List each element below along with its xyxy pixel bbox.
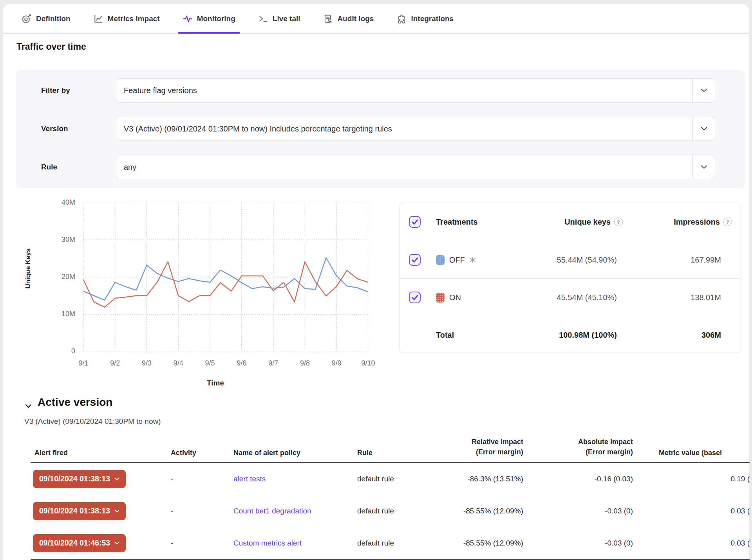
definition-icon bbox=[22, 14, 32, 24]
x-tick-label: 9/6 bbox=[230, 359, 253, 367]
y-tick-label: 30M bbox=[44, 236, 75, 244]
alert-absolute-impact: -0.03 (0) bbox=[523, 539, 633, 547]
alert-policy-link[interactable]: alert tests bbox=[233, 475, 266, 483]
default-treatment-icon bbox=[470, 257, 476, 263]
treatments-header-row: Treatments Unique keys ? Impressions ? bbox=[400, 203, 741, 241]
impressions-header: Impressions bbox=[674, 218, 720, 227]
alert-fired-badge[interactable]: 09/10/2024 01:38:13 bbox=[33, 470, 126, 488]
alert-row: 09/10/2024 01:46:53 - Custom metrics ale… bbox=[31, 527, 750, 560]
filter-row-filter-by: Filter by Feature flag versions bbox=[16, 78, 745, 103]
filter-by-select[interactable]: Feature flag versions bbox=[116, 78, 715, 103]
tab-label: Integrations bbox=[411, 14, 454, 23]
total-unique-keys: 100.98M (100%) bbox=[559, 331, 630, 340]
alert-row: 09/10/2024 01:38:13 - Count bet1 degrada… bbox=[31, 495, 750, 527]
impressions-value: 138.01M bbox=[691, 293, 732, 302]
alerts-header-row: Alert fired Activity Name of alert polic… bbox=[31, 430, 750, 463]
filter-row-version: Version V3 (Active) (09/01/2024 01:30PM … bbox=[16, 117, 745, 141]
filter-label: Filter by bbox=[41, 78, 70, 103]
x-tick-label: 9/2 bbox=[103, 359, 127, 367]
tab-audit-logs[interactable]: Audit logs bbox=[318, 4, 379, 33]
alert-policy-link[interactable]: Custom metrics alert bbox=[233, 539, 302, 547]
y-axis-title: Unique Keys bbox=[24, 229, 32, 308]
alert-rule: default rule bbox=[352, 507, 443, 515]
version-value: V3 (Active) (09/01/2024 01:30PM to now) … bbox=[116, 124, 392, 133]
alert-policy-link[interactable]: Count bet1 degradation bbox=[233, 507, 311, 515]
x-tick-label: 9/7 bbox=[262, 359, 285, 367]
total-impressions: 306M bbox=[701, 331, 732, 340]
alert-activity: - bbox=[168, 507, 229, 515]
y-tick-label: 0 bbox=[44, 347, 75, 355]
unique-keys-value: 45.54M (45.10%) bbox=[557, 293, 630, 302]
tab-label: Monitoring bbox=[197, 14, 235, 23]
alert-absolute-impact: -0.03 (0) bbox=[523, 507, 633, 515]
filter-label: Rule bbox=[41, 155, 57, 179]
active-version-subtitle: V3 (Active) (09/10/2024 01:30PM to now) bbox=[24, 417, 161, 426]
tab-metrics-impact[interactable]: Metrics impact bbox=[89, 4, 164, 33]
alert-absolute-impact: -0.16 (0.03) bbox=[523, 475, 633, 483]
alert-rule: default rule bbox=[352, 539, 443, 547]
x-tick-label: 9/1 bbox=[72, 359, 95, 367]
x-axis-title: Time bbox=[184, 379, 247, 387]
tab-label: Definition bbox=[36, 14, 70, 23]
col-rule: Rule bbox=[352, 449, 443, 462]
series-line-off bbox=[83, 258, 368, 300]
collapse-chevron-icon[interactable] bbox=[25, 404, 32, 408]
total-label: Total bbox=[436, 331, 454, 340]
y-tick-label: 40M bbox=[44, 198, 75, 207]
treatment-row-on: ON 45.54M (45.10%) 138.01M bbox=[400, 278, 741, 316]
on-series-swatch bbox=[436, 293, 445, 303]
unique-keys-header: Unique keys bbox=[564, 218, 611, 227]
alert-relative-impact: -86.3% (13.51%) bbox=[443, 475, 523, 483]
help-icon[interactable]: ? bbox=[614, 218, 623, 226]
chevron-down-icon bbox=[692, 79, 715, 102]
audit-logs-icon bbox=[323, 14, 333, 24]
x-tick-label: 9/4 bbox=[166, 359, 190, 367]
tab-label: Metrics impact bbox=[108, 14, 160, 23]
help-icon[interactable]: ? bbox=[723, 218, 732, 226]
on-checkbox[interactable] bbox=[409, 292, 421, 303]
col-alert-fired: Alert fired bbox=[31, 449, 168, 462]
tab-integrations[interactable]: Integrations bbox=[392, 4, 458, 33]
tab-live-tail[interactable]: Live tail bbox=[253, 4, 305, 33]
chevron-down-icon bbox=[114, 477, 119, 481]
x-tick-label: 9/9 bbox=[325, 359, 348, 367]
monitoring-page: Definition Metrics impact Monitoring bbox=[0, 0, 752, 560]
alerts-table: Alert fired Activity Name of alert polic… bbox=[31, 430, 750, 560]
x-tick-label: 9/8 bbox=[293, 359, 316, 367]
col-relative-impact: Relative Impact(Error margin) bbox=[443, 437, 523, 462]
tab-label: Audit logs bbox=[338, 14, 374, 23]
alert-metric-value: 0.03 ( bbox=[633, 539, 750, 547]
col-activity: Activity bbox=[168, 449, 229, 462]
integrations-icon bbox=[396, 14, 407, 24]
select-all-checkbox[interactable] bbox=[409, 216, 421, 228]
tab-definition[interactable]: Definition bbox=[17, 4, 75, 33]
alert-activity: - bbox=[168, 539, 229, 547]
alert-relative-impact: -85.55% (12.09%) bbox=[443, 539, 523, 547]
series-line-on bbox=[83, 262, 368, 307]
y-tick-label: 10M bbox=[44, 310, 75, 318]
rule-select[interactable]: any bbox=[116, 155, 715, 179]
chevron-down-icon bbox=[114, 510, 119, 513]
alert-fired-badge[interactable]: 09/10/2024 01:38:13 bbox=[33, 502, 126, 520]
col-metric-value: Metric value (basel bbox=[633, 449, 750, 462]
tab-monitoring[interactable]: Monitoring bbox=[178, 4, 240, 33]
unique-keys-value: 55.44M (54.90%) bbox=[557, 256, 630, 265]
filter-row-rule: Rule any bbox=[16, 155, 745, 179]
treatments-panel: Treatments Unique keys ? Impressions ? bbox=[400, 203, 741, 353]
treatment-row-off: OFF 55.44M (54.90%) 167.99M bbox=[400, 241, 741, 279]
impressions-value: 167.99M bbox=[691, 256, 732, 265]
alert-fired-badge[interactable]: 09/10/2024 01:46:53 bbox=[33, 534, 126, 552]
col-absolute-impact: Absolute Impact(Error margin) bbox=[523, 437, 633, 462]
version-select[interactable]: V3 (Active) (09/01/2024 01:30PM to now) … bbox=[116, 117, 715, 141]
tab-label: Live tail bbox=[273, 14, 300, 23]
alert-relative-impact: -85.55% (12.09%) bbox=[443, 507, 523, 515]
filter-label: Version bbox=[41, 117, 68, 141]
filter-panel: Filter by Feature flag versions Version … bbox=[16, 70, 745, 188]
alert-row: 09/10/2024 01:38:13 - alert tests defaul… bbox=[31, 463, 750, 495]
filter-by-value: Feature flag versions bbox=[116, 86, 197, 95]
off-checkbox[interactable] bbox=[409, 254, 421, 266]
rule-value: any bbox=[116, 163, 136, 172]
treatment-name: ON bbox=[449, 293, 461, 302]
live-tail-icon bbox=[258, 14, 268, 24]
monitoring-icon bbox=[183, 14, 193, 24]
